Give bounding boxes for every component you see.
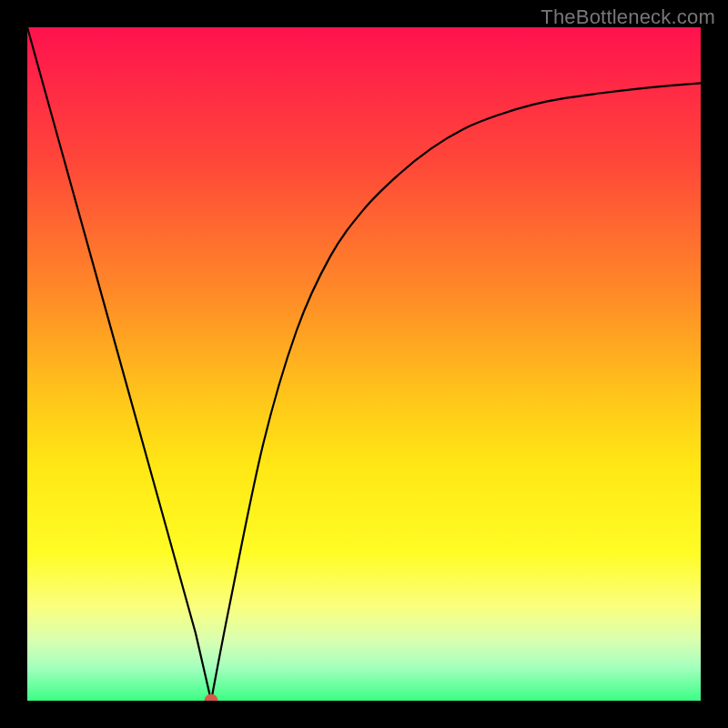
- curve-layer: [27, 27, 701, 701]
- watermark-text: TheBottleneck.com: [541, 5, 715, 29]
- plot-area: [27, 27, 701, 701]
- chart-frame: TheBottleneck.com: [0, 0, 728, 728]
- bottleneck-curve: [27, 27, 701, 701]
- minimum-marker: [205, 694, 217, 701]
